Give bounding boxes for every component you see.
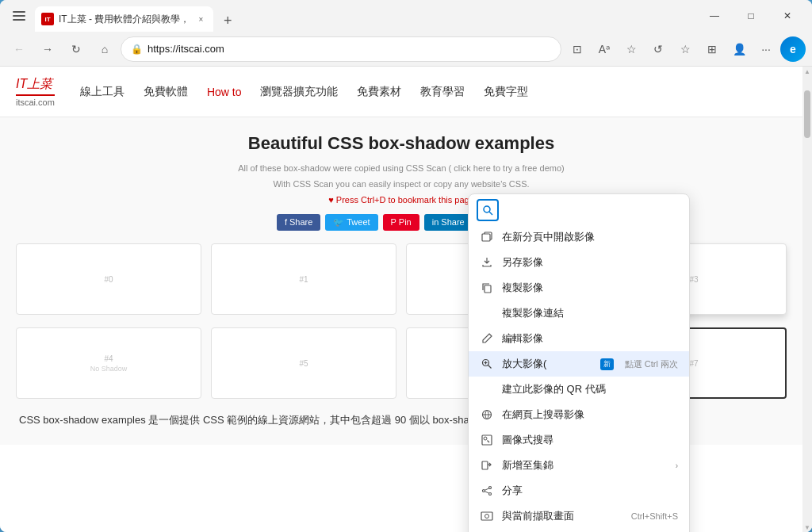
nav-item-software[interactable]: 免費軟體 bbox=[142, 82, 190, 102]
context-menu-search-icon bbox=[477, 199, 499, 221]
logo-it: IT bbox=[16, 77, 27, 90]
back-button[interactable]: ← bbox=[6, 36, 32, 62]
tab-area: IT IT上菜 - 費用軟體介紹與教學， × + bbox=[35, 0, 693, 32]
svg-point-23 bbox=[485, 515, 489, 519]
nav-item-tools[interactable]: 線上工具 bbox=[79, 82, 126, 102]
nav-item-fonts[interactable]: 免費字型 bbox=[482, 82, 530, 102]
context-menu-zoom-image[interactable]: 放大影像( 新 點選 Ctrl 兩次 bbox=[469, 351, 689, 377]
refresh-button[interactable]: ↻ bbox=[63, 36, 89, 62]
context-menu-edit-image[interactable]: 編輯影像 bbox=[469, 326, 689, 351]
browser-tab[interactable]: IT IT上菜 - 費用軟體介紹與教學， × bbox=[35, 6, 213, 32]
svg-line-8 bbox=[488, 366, 492, 369]
maximize-button[interactable]: □ bbox=[733, 3, 769, 29]
search-web-label: 在網頁上搜尋影像 bbox=[502, 408, 678, 422]
zoom-image-badge: 新 bbox=[600, 358, 614, 370]
nav-bar: ← → ↻ ⌂ 🔒 https://itscai.com ⊡ Aᵃ ☆ ↺ ☆ … bbox=[0, 32, 812, 67]
context-menu-qr-code[interactable]: 建立此影像的 QR 代碼 bbox=[469, 377, 689, 402]
logo-domain: itscai.com bbox=[16, 98, 55, 107]
edit-image-icon bbox=[480, 331, 494, 346]
cast-icon[interactable]: ⊡ bbox=[565, 36, 590, 62]
read-aloud-icon[interactable]: Aᵃ bbox=[592, 36, 617, 62]
collections-icon[interactable]: ☆ bbox=[672, 36, 698, 62]
logo-rest: 上菜 bbox=[27, 77, 52, 90]
copy-image-link-label: 複製影像連結 bbox=[502, 306, 678, 320]
context-menu-copy-image-link[interactable]: 複製影像連結 bbox=[469, 300, 689, 326]
context-menu-visual-search[interactable]: 圖像式搜尋 bbox=[469, 427, 689, 453]
window-controls: — □ ✕ bbox=[696, 3, 806, 29]
svg-point-18 bbox=[483, 490, 485, 492]
open-new-tab-icon bbox=[480, 230, 494, 244]
context-menu-add-collection[interactable]: 新增至集錦 › bbox=[469, 453, 689, 478]
address-bar[interactable]: 🔒 https://itscai.com bbox=[121, 36, 561, 62]
screenshot-label: 與當前擷取畫面 bbox=[502, 509, 623, 523]
svg-point-3 bbox=[484, 206, 490, 212]
scroll-down-arrow[interactable]: ▼ bbox=[804, 524, 810, 530]
site-logo: IT上菜 itscai.com bbox=[16, 76, 55, 107]
favorites-icon[interactable]: ☆ bbox=[619, 36, 644, 62]
article-subtitle: All of these box-shadow were copied usin… bbox=[16, 163, 787, 173]
nav-item-browser[interactable]: 瀏覽器擴充功能 bbox=[259, 82, 339, 102]
article-title: Beautiful CSS box-shadow examples bbox=[16, 133, 787, 154]
home-button[interactable]: ⌂ bbox=[92, 36, 117, 62]
copy-image-icon bbox=[480, 281, 494, 295]
new-tab-button[interactable]: + bbox=[216, 10, 239, 32]
forward-button[interactable]: → bbox=[35, 36, 60, 62]
split-screen-icon[interactable]: ⊞ bbox=[699, 36, 725, 62]
site-nav: 線上工具 免費軟體 How to 瀏覽器擴充功能 免費素材 教育學習 免費字型 bbox=[79, 82, 787, 102]
minimize-button[interactable]: — bbox=[696, 3, 733, 29]
scrollbar-thumb[interactable] bbox=[804, 90, 810, 138]
qr-code-label: 建立此影像的 QR 代碼 bbox=[502, 382, 678, 396]
context-menu-copy-image[interactable]: 複製影像 bbox=[469, 275, 689, 300]
scrollbar[interactable]: ▲ ▼ bbox=[802, 67, 812, 532]
context-menu-save-image[interactable]: 另存影像 bbox=[469, 250, 689, 275]
tab-close-button[interactable]: × bbox=[194, 13, 207, 25]
svg-rect-5 bbox=[482, 234, 490, 241]
context-menu-search-web[interactable]: 在網頁上搜尋影像 bbox=[469, 402, 689, 427]
lock-icon: 🔒 bbox=[131, 44, 143, 55]
context-menu-open-new-tab[interactable]: 在新分頁中開啟影像 bbox=[469, 224, 689, 250]
nav-icons: ⊡ Aᵃ ☆ ↺ ☆ ⊞ 👤 ··· e bbox=[565, 36, 806, 62]
browser-window: IT IT上菜 - 費用軟體介紹與教學， × + — □ ✕ ← → ↻ ⌂ 🔒… bbox=[0, 0, 812, 532]
context-menu-get-image-prompt[interactable]: e Get Image Prompt bbox=[469, 529, 689, 532]
refresh-icon[interactable]: ↺ bbox=[645, 36, 671, 62]
browser-menu-icon[interactable] bbox=[6, 3, 32, 29]
open-new-tab-label: 在新分頁中開啟影像 bbox=[502, 230, 678, 244]
edge-copilot-icon[interactable]: e bbox=[780, 36, 806, 62]
svg-rect-2 bbox=[13, 19, 25, 21]
context-menu-screenshot[interactable]: 與當前擷取畫面 Ctrl+Shift+S bbox=[469, 503, 689, 529]
screenshot-shortcut: Ctrl+Shift+S bbox=[631, 511, 678, 521]
close-button[interactable]: ✕ bbox=[769, 3, 806, 29]
share-label: 分享 bbox=[502, 484, 678, 498]
profile-icon[interactable]: 👤 bbox=[726, 36, 752, 62]
context-menu-share[interactable]: 分享 bbox=[469, 478, 689, 503]
share-twitter-button[interactable]: 🐦 Tweet bbox=[325, 214, 377, 231]
add-collection-label: 新增至集錦 bbox=[502, 458, 668, 473]
example-card-5: #5 bbox=[211, 327, 396, 399]
tab-favicon: IT bbox=[41, 13, 54, 25]
add-collection-icon bbox=[480, 458, 494, 473]
nav-item-howto[interactable]: How to bbox=[205, 82, 243, 101]
nav-item-education[interactable]: 教育學習 bbox=[419, 82, 466, 102]
example-card-1: #1 bbox=[211, 243, 396, 315]
share-linkedin-button[interactable]: in Share bbox=[424, 214, 473, 231]
svg-rect-22 bbox=[481, 512, 492, 520]
scroll-up-arrow[interactable]: ▲ bbox=[804, 68, 810, 75]
save-image-icon bbox=[480, 255, 494, 270]
tab-title: IT上菜 - 費用軟體介紹與教學， bbox=[59, 13, 190, 26]
copy-link-icon bbox=[480, 306, 494, 320]
zoom-image-label: 放大影像( bbox=[502, 357, 592, 371]
svg-line-21 bbox=[485, 492, 489, 493]
screenshot-icon bbox=[480, 509, 494, 523]
svg-point-14 bbox=[484, 437, 487, 440]
share-facebook-button[interactable]: f Share bbox=[277, 214, 320, 231]
share-icon bbox=[480, 484, 494, 498]
share-pinterest-button[interactable]: P Pin bbox=[383, 214, 419, 231]
svg-point-19 bbox=[489, 493, 492, 496]
example-card-4: #4 No Shadow bbox=[16, 327, 201, 399]
settings-icon[interactable]: ··· bbox=[753, 36, 779, 62]
context-menu: 在新分頁中開啟影像 另存影像 複製影像 複製影像連結 bbox=[468, 193, 690, 532]
edit-image-label: 編輯影像 bbox=[502, 331, 678, 346]
logo-text: IT上菜 bbox=[16, 76, 55, 93]
nav-item-assets[interactable]: 免費素材 bbox=[355, 82, 403, 102]
qr-code-icon bbox=[480, 382, 494, 396]
